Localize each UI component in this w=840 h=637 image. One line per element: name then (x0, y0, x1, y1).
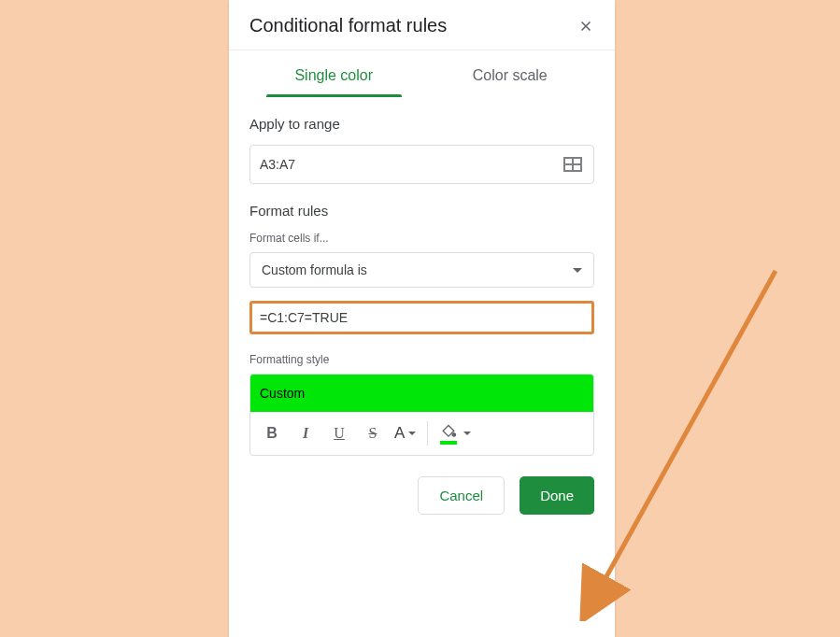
rules-label: Format rules (249, 203, 594, 219)
condition-select[interactable]: Custom formula is (249, 252, 594, 288)
chevron-down-icon (463, 432, 471, 435)
text-color-icon: A (394, 424, 405, 443)
chevron-down-icon (408, 432, 416, 435)
italic-button[interactable]: I (290, 418, 321, 449)
done-button[interactable]: Done (520, 476, 594, 515)
formula-input[interactable] (260, 310, 584, 325)
format-toolbar: B I U S A (250, 412, 593, 455)
range-section: Apply to range (229, 97, 615, 184)
style-section: Formatting style Custom B I U S A (229, 334, 615, 456)
fill-color-icon (439, 423, 460, 444)
formula-highlight (249, 301, 594, 334)
conditional-format-panel: Conditional format rules Single color Co… (229, 0, 615, 637)
button-row: Cancel Done (229, 456, 615, 515)
tab-single-color[interactable]: Single color (246, 50, 422, 97)
tabs: Single color Color scale (229, 50, 615, 97)
panel-header: Conditional format rules (229, 0, 615, 50)
panel-title: Conditional format rules (249, 15, 447, 36)
range-label: Apply to range (249, 116, 594, 132)
strikethrough-button[interactable]: S (357, 418, 389, 449)
tab-color-scale[interactable]: Color scale (422, 50, 599, 97)
cancel-button[interactable]: Cancel (418, 476, 505, 515)
fill-color-button[interactable] (435, 423, 475, 444)
style-label: Formatting style (249, 353, 594, 366)
bold-button[interactable]: B (256, 418, 288, 449)
range-input-group (249, 145, 594, 184)
range-input[interactable] (260, 157, 562, 172)
text-color-button[interactable]: A (391, 424, 420, 443)
underline-button[interactable]: U (323, 418, 355, 449)
toolbar-divider (427, 421, 428, 446)
style-box: Custom B I U S A (249, 374, 594, 456)
rules-section: Format rules Format cells if... Custom f… (229, 184, 615, 334)
rules-sublabel: Format cells if... (249, 232, 594, 245)
close-button[interactable] (577, 18, 594, 35)
svg-line-1 (600, 271, 776, 588)
style-preview: Custom (250, 375, 593, 412)
chevron-down-icon (573, 268, 582, 273)
close-icon (577, 18, 594, 35)
condition-value: Custom formula is (262, 262, 367, 277)
grid-select-icon[interactable] (562, 153, 584, 176)
